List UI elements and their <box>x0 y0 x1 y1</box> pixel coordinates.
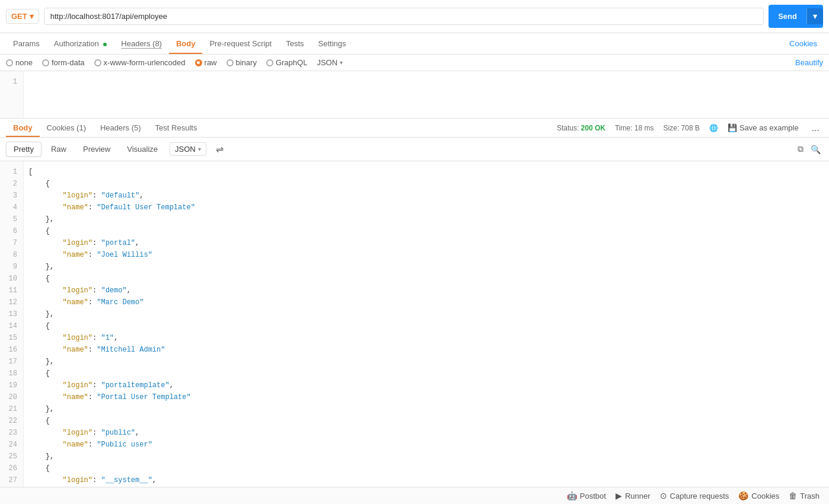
tab-params[interactable]: Params <box>6 33 47 54</box>
tab-authorization[interactable]: Authorization <box>47 33 114 54</box>
request-tab-bar: Params Authorization Headers (8) Body Pr… <box>0 33 829 55</box>
status-label: Status: 200 OK <box>557 124 605 132</box>
cookies-link[interactable]: Cookies <box>783 33 823 54</box>
format-preview-button[interactable]: Preview <box>76 142 117 156</box>
response-tab-bar: Body Cookies (1) Headers (5) Test Result… <box>0 119 829 138</box>
method-selector[interactable]: GET ▾ <box>6 9 39 24</box>
top-bar: GET ▾ Send ▾ <box>0 0 829 33</box>
url-input[interactable] <box>44 8 764 25</box>
json-line-5: }, <box>24 213 829 225</box>
tab-settings[interactable]: Settings <box>311 33 353 54</box>
line-num-25: 25 <box>0 451 17 462</box>
format-visualize-button[interactable]: Visualize <box>120 142 165 156</box>
req-body-line-1 <box>28 76 824 88</box>
trash-label: Trash <box>800 492 820 500</box>
json-type-label: JSON <box>317 58 337 67</box>
body-type-raw[interactable]: raw <box>195 58 217 67</box>
tab-headers[interactable]: Headers (8) <box>114 33 169 54</box>
send-button-label[interactable]: Send <box>769 8 806 24</box>
line-num-18: 18 <box>0 368 17 379</box>
line-numbers: 1234567891011121314151617181920212223242… <box>0 161 24 487</box>
response-tab-cookies[interactable]: Cookies (1) <box>40 119 93 137</box>
body-type-none[interactable]: none <box>6 58 33 67</box>
size-label: Size: 708 B <box>664 124 700 132</box>
cookies-button[interactable]: 🍪 Cookies <box>738 491 779 500</box>
json-line-3: "login": "default", <box>24 190 829 202</box>
postbot-button[interactable]: 🤖 Postbot <box>567 491 606 500</box>
json-line-18: { <box>24 368 829 379</box>
tab-body-label: Body <box>176 39 196 48</box>
response-json-label: JSON <box>175 145 196 154</box>
more-options-button[interactable]: ... <box>808 123 823 133</box>
line-num-15: 15 <box>0 332 17 344</box>
request-line-numbers: 1 <box>0 71 24 118</box>
urlencoded-radio <box>94 59 101 66</box>
response-tab-body-label: Body <box>13 123 33 132</box>
filter-button[interactable]: ⇌ <box>209 141 231 157</box>
line-num-10: 10 <box>0 273 17 285</box>
line-num-1: 1 <box>0 166 17 178</box>
json-line-20: "name": "Portal User Template" <box>24 391 829 403</box>
line-num-20: 20 <box>0 391 17 403</box>
line-num-5: 5 <box>0 213 17 225</box>
request-body-content[interactable] <box>24 71 829 118</box>
line-num-11: 11 <box>0 285 17 296</box>
tab-authorization-label: Authorization <box>54 39 99 48</box>
response-section: Body Cookies (1) Headers (5) Test Result… <box>0 119 829 487</box>
response-tab-headers[interactable]: Headers (5) <box>93 119 148 137</box>
tab-tests-label: Tests <box>286 39 304 48</box>
line-num-23: 23 <box>0 427 17 439</box>
form-data-radio <box>42 59 49 66</box>
json-type-select[interactable]: JSON ▾ <box>317 58 343 67</box>
send-button[interactable]: Send ▾ <box>769 5 823 28</box>
line-num-19: 19 <box>0 379 17 391</box>
tab-headers-label: Headers (8) <box>121 39 162 48</box>
body-type-urlencoded[interactable]: x-www-form-urlencoded <box>94 58 186 67</box>
binary-label: binary <box>236 58 257 67</box>
body-type-graphql[interactable]: GraphQL <box>266 58 307 67</box>
response-tab-test-results[interactable]: Test Results <box>148 119 205 137</box>
body-type-form-data[interactable]: form-data <box>42 58 85 67</box>
json-type-arrow: ▾ <box>340 59 343 66</box>
status-code: 200 OK <box>581 124 605 132</box>
postbot-label: Postbot <box>580 492 606 500</box>
response-tab-cookies-label: Cookies (1) <box>47 123 86 132</box>
bottom-bar: 🤖 Postbot ▶ Runner ⊙ Capture requests 🍪 … <box>0 487 829 504</box>
binary-radio <box>227 59 234 66</box>
format-raw-button[interactable]: Raw <box>44 142 74 156</box>
line-num-22: 22 <box>0 415 17 427</box>
line-num-17: 17 <box>0 356 17 368</box>
response-status-area: Status: 200 OK Time: 18 ms Size: 708 B 🌐… <box>557 123 823 133</box>
beautify-button[interactable]: Beautify <box>795 58 823 67</box>
copy-button[interactable]: ⧉ <box>795 142 806 157</box>
none-radio <box>6 59 13 66</box>
response-json-type-select[interactable]: JSON ▾ <box>170 142 206 156</box>
json-line-15: "login": "1", <box>24 332 829 344</box>
tab-tests[interactable]: Tests <box>279 33 311 54</box>
json-line-9: }, <box>24 261 829 273</box>
json-content[interactable]: [ { "login": "default", "name": "Default… <box>24 161 829 487</box>
time-label: Time: 18 ms <box>615 124 654 132</box>
trash-button[interactable]: 🗑 Trash <box>789 491 820 500</box>
format-pretty-button[interactable]: Pretty <box>6 142 42 157</box>
tab-body[interactable]: Body <box>169 33 203 54</box>
json-response-viewer: 1234567891011121314151617181920212223242… <box>0 161 829 487</box>
line-num-3: 3 <box>0 190 17 202</box>
capture-requests-button[interactable]: ⊙ Capture requests <box>660 491 729 500</box>
raw-label: raw <box>205 58 217 67</box>
cookies-icon: 🍪 <box>738 491 748 500</box>
runner-button[interactable]: ▶ Runner <box>616 491 651 500</box>
save-example-button[interactable]: 💾 Save as example <box>728 123 799 132</box>
line-num-9: 9 <box>0 261 17 273</box>
json-line-7: "login": "portal", <box>24 237 829 249</box>
search-button[interactable]: 🔍 <box>808 142 823 157</box>
none-label: none <box>15 58 33 67</box>
line-num-6: 6 <box>0 225 17 237</box>
response-tab-body[interactable]: Body <box>6 119 40 137</box>
postbot-icon: 🤖 <box>567 491 577 500</box>
tab-pre-request[interactable]: Pre-request Script <box>202 33 279 54</box>
body-type-binary[interactable]: binary <box>227 58 257 67</box>
method-dropdown-arrow: ▾ <box>30 12 34 21</box>
send-dropdown-arrow[interactable]: ▾ <box>806 8 823 24</box>
json-line-2: { <box>24 178 829 190</box>
